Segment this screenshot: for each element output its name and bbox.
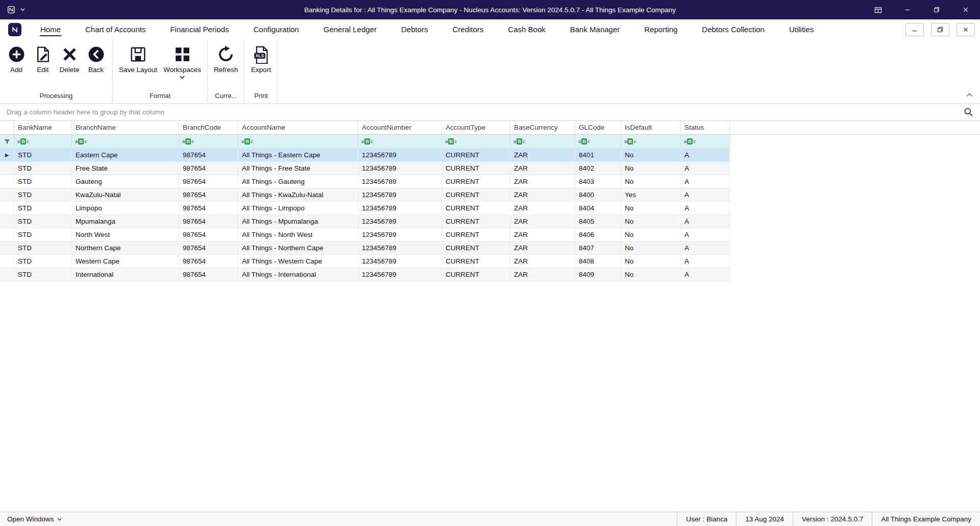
close-button[interactable] bbox=[951, 0, 980, 19]
cell-isdefault: No bbox=[621, 228, 681, 241]
column-header-branchcode[interactable]: BranchCode bbox=[179, 121, 238, 134]
filter-cell-isdefault[interactable]: aBc bbox=[621, 135, 681, 148]
mdi-minimize-button[interactable] bbox=[905, 23, 924, 36]
status-company: All Things Example Company bbox=[872, 512, 980, 526]
status-version: Version : 2024.5.0.7 bbox=[793, 512, 872, 526]
mdi-close-button[interactable] bbox=[957, 23, 975, 36]
row-indicator bbox=[0, 228, 14, 241]
tab-cash-book[interactable]: Cash Book bbox=[496, 19, 557, 40]
cell-accounttype: CURRENT bbox=[442, 215, 510, 228]
cell-isdefault: No bbox=[621, 268, 681, 281]
cell-branchname: Gauteng bbox=[72, 175, 179, 188]
column-header-isdefault[interactable]: IsDefault bbox=[621, 121, 681, 134]
tab-general-ledger[interactable]: General Ledger bbox=[311, 19, 389, 40]
delete-button[interactable]: Delete bbox=[56, 44, 83, 75]
mdi-window-controls bbox=[905, 23, 980, 36]
cell-bankname: STD bbox=[14, 188, 72, 201]
filter-cell-branchcode[interactable]: aBc bbox=[179, 135, 238, 148]
filter-cell-accountname[interactable]: aBc bbox=[238, 135, 358, 148]
cell-status: A bbox=[681, 215, 730, 228]
open-windows-button[interactable]: Open Windows bbox=[0, 512, 69, 526]
table-row[interactable]: STDWestern Cape987654All Things - Wester… bbox=[0, 255, 730, 268]
ribbon-button-label: Refresh bbox=[214, 66, 238, 74]
tab-creditors[interactable]: Creditors bbox=[440, 19, 496, 40]
cell-isdefault: No bbox=[621, 162, 681, 175]
cell-accountname: All Things - Free State bbox=[238, 162, 358, 175]
column-header-accountnumber[interactable]: AccountNumber bbox=[358, 121, 442, 134]
window-title: Banking Details for : All Things Example… bbox=[118, 6, 862, 14]
table-row[interactable]: ▶STDEastern Cape987654All Things - Easte… bbox=[0, 149, 730, 162]
export-button[interactable]: XLSExport bbox=[248, 44, 274, 75]
table-row[interactable]: STDGauteng987654All Things - Gauteng1234… bbox=[0, 175, 730, 188]
filter-cell-bankname[interactable]: aBc bbox=[14, 135, 72, 148]
table-row[interactable]: STDKwaZulu-Natal987654All Things - KwaZu… bbox=[0, 188, 730, 202]
workspaces-button[interactable]: Workspaces bbox=[160, 44, 204, 80]
tab-utilities[interactable]: Utilities bbox=[777, 19, 826, 40]
cell-bankname: STD bbox=[14, 268, 72, 281]
column-header-accountname[interactable]: AccountName bbox=[238, 121, 358, 134]
table-row[interactable]: STDMpumalanga987654All Things - Mpumalan… bbox=[0, 215, 730, 228]
filter-cell-branchname[interactable]: aBc bbox=[72, 135, 179, 148]
tab-label: Creditors bbox=[452, 23, 484, 36]
restore-button[interactable] bbox=[922, 0, 951, 19]
column-header-accounttype[interactable]: AccountType bbox=[442, 121, 510, 134]
table-row[interactable]: STDInternational987654All Things - Inter… bbox=[0, 268, 730, 281]
mdi-restore-button[interactable] bbox=[931, 23, 949, 36]
cell-isdefault: No bbox=[621, 255, 681, 268]
column-header-basecurrency[interactable]: BaseCurrency bbox=[510, 121, 575, 134]
table-row[interactable]: STDLimpopo987654All Things - Limpopo1234… bbox=[0, 202, 730, 215]
tab-debtors[interactable]: Debtors bbox=[389, 19, 440, 40]
ribbon-collapse-button[interactable] bbox=[966, 93, 973, 97]
cell-accounttype: CURRENT bbox=[442, 255, 510, 268]
docking-layout-button[interactable] bbox=[864, 0, 893, 19]
add-button[interactable]: Add bbox=[3, 44, 30, 75]
cell-glcode: 8408 bbox=[575, 255, 621, 268]
ribbon-group-label: Curre... bbox=[208, 92, 244, 100]
refresh-button[interactable]: Refresh bbox=[211, 44, 241, 75]
status-user: User : Bianca bbox=[677, 512, 736, 526]
search-icon[interactable] bbox=[964, 107, 973, 117]
minimize-button[interactable] bbox=[893, 0, 922, 19]
tab-label: Utilities bbox=[789, 23, 814, 36]
filter-row-indicator bbox=[0, 135, 14, 148]
cell-bankname: STD bbox=[14, 202, 72, 214]
cell-basecurrency: ZAR bbox=[510, 268, 575, 281]
column-header-branchname[interactable]: BranchName bbox=[72, 121, 179, 134]
tab-home[interactable]: Home bbox=[28, 19, 73, 40]
tab-label: Chart of Accounts bbox=[85, 23, 146, 36]
edit-button[interactable]: Edit bbox=[30, 44, 56, 75]
table-row[interactable]: STDNorthern Cape987654All Things - North… bbox=[0, 242, 730, 255]
cell-branchcode: 987654 bbox=[179, 268, 238, 281]
save-layout-button[interactable]: Save Layout bbox=[116, 44, 160, 75]
column-header-status[interactable]: Status bbox=[681, 121, 730, 134]
filter-cell-glcode[interactable]: aBc bbox=[575, 135, 621, 148]
tab-reporting[interactable]: Reporting bbox=[632, 19, 690, 40]
tab-configuration[interactable]: Configuration bbox=[241, 19, 311, 40]
filter-cell-status[interactable]: aBc bbox=[681, 135, 730, 148]
ribbon-groups: AddEditDeleteBackProcessingSave LayoutWo… bbox=[0, 40, 980, 103]
cell-isdefault: No bbox=[621, 149, 681, 161]
cell-glcode: 8402 bbox=[575, 162, 621, 175]
filter-cell-accountnumber[interactable]: aBc bbox=[358, 135, 442, 148]
table-row[interactable]: STDFree State987654All Things - Free Sta… bbox=[0, 162, 730, 175]
app-menu-icon[interactable] bbox=[7, 6, 15, 14]
quick-access-caret-icon[interactable] bbox=[20, 8, 25, 11]
status-date: 13 Aug 2024 bbox=[736, 512, 793, 526]
minimize-icon bbox=[912, 27, 918, 33]
tab-chart-of-accounts[interactable]: Chart of Accounts bbox=[73, 19, 158, 40]
column-header-bankname[interactable]: BankName bbox=[14, 121, 72, 134]
filter-cell-basecurrency[interactable]: aBc bbox=[510, 135, 575, 148]
table-row[interactable]: STDNorth West987654All Things - North We… bbox=[0, 228, 730, 242]
column-header-glcode[interactable]: GLCode bbox=[575, 121, 621, 134]
app-logo bbox=[8, 23, 21, 36]
filter-cell-accounttype[interactable]: aBc bbox=[442, 135, 510, 148]
cell-accountnumber: 123456789 bbox=[358, 175, 442, 188]
tab-financial-periods[interactable]: Financial Periods bbox=[158, 19, 241, 40]
tab-bank-manager[interactable]: Bank Manager bbox=[558, 19, 632, 40]
group-by-panel: Drag a column header here to group by th… bbox=[0, 103, 980, 121]
cell-branchname: Mpumalanga bbox=[72, 215, 179, 228]
ribbon-tab-bar: HomeChart of AccountsFinancial PeriodsCo… bbox=[0, 19, 980, 40]
back-button[interactable]: Back bbox=[83, 44, 109, 75]
cell-basecurrency: ZAR bbox=[510, 242, 575, 254]
tab-debtors-collection[interactable]: Debtors Collection bbox=[690, 19, 777, 40]
